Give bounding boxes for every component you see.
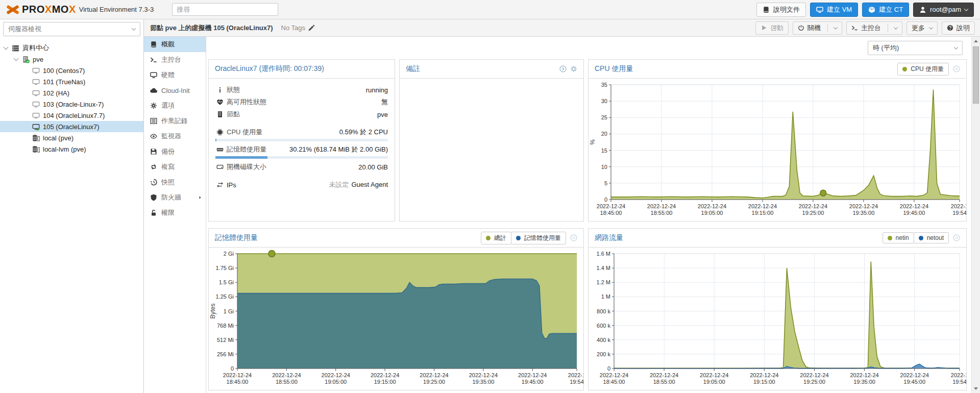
chevron-down-icon[interactable] [894,25,898,29]
scrollbar-thumb[interactable] [973,46,979,104]
sidebar: 伺服器檢視 資料中心pve100 (Centos7)101 (TrueNas)1… [0,19,144,393]
action-button[interactable]: 啓動 [755,21,789,35]
collapse-minus-icon[interactable] [953,234,960,241]
tree-item[interactable]: 102 (HA) [0,87,143,99]
svg-text:2022-12-24: 2022-12-24 [371,372,399,378]
status-row: 高可用性狀態無 [209,96,395,108]
nav-item-選項[interactable]: 選項 [144,98,206,113]
search-input[interactable] [172,3,278,16]
nav-item-監視器[interactable]: 監視器 [144,129,206,144]
action-button[interactable]: 更多 [906,21,938,35]
svg-text:1.2 M: 1.2 M [596,279,610,285]
tree-item-label: 101 (TrueNas) [43,78,85,86]
nav-item-Cloud-Init[interactable]: Cloud-Init [144,83,206,98]
arrows-icon [215,181,225,188]
timeframe-select[interactable]: 時 (平均) [868,41,963,55]
svg-text:400 k: 400 k [597,337,610,343]
status-label: 高可用性狀態 [227,97,266,107]
svg-text:Bytes: Bytes [209,303,216,318]
breadcrumb-bar: 節點 pve 上的虛擬機 105 (OracleLinux7) No Tags … [144,19,980,37]
view-select[interactable]: 伺服器檢視 [3,22,140,36]
status-value: 30.21% (618.74 MiB 於 2.00 GiB) [289,145,388,154]
heart-icon [215,99,225,106]
collapse-minus-icon[interactable] [570,234,577,241]
scroll-down-button[interactable] [974,387,978,390]
legend-button[interactable]: 記憶體使用量 [511,232,566,244]
nav-item-備份[interactable]: 備份 [144,144,206,159]
legend-button[interactable]: netin [883,232,914,243]
svg-text:1.25 Gi: 1.25 Gi [216,293,234,300]
gear-icon[interactable] [570,65,577,72]
network-chart: 0200 k400 k600 k800 k1 M1.2 M1.4 M1.6 M2… [589,248,966,390]
unlock-icon [150,209,157,216]
action-button[interactable]: 關機 [793,21,842,35]
chevron-down-icon[interactable] [834,25,838,29]
nav-item-作業記錄[interactable]: 作業記錄 [144,113,206,129]
status-value: pve [377,111,388,118]
network-chart-title: 網路流量 [595,233,623,242]
tree-item[interactable]: local-lvm (pve) [0,143,143,155]
tree-item[interactable]: 100 (Centos7) [0,65,143,76]
action-button[interactable]: 主控台 [846,21,902,35]
collapse-caret-icon[interactable] [4,45,9,50]
nav-item-複寫[interactable]: 複寫 [144,159,206,175]
status-label: 節點 [227,110,240,119]
usage-progress-bar [215,156,388,159]
collapse-caret-icon[interactable] [14,56,19,61]
nav-item-硬體[interactable]: 硬體 [144,67,206,83]
tree-item[interactable]: 103 (Oracle-Linux-7) [0,99,143,110]
vertical-scrollbar[interactable] [971,37,980,393]
nav-item-label: 主控台 [161,55,181,64]
collapse-minus-icon[interactable] [953,65,960,72]
chevron-down-icon [132,26,136,30]
floppy-icon [150,148,157,155]
scroll-up-button[interactable] [972,37,980,45]
svg-text:2 Gi: 2 Gi [224,251,234,257]
svg-text:2022-12-24: 2022-12-24 [850,372,878,378]
svg-text:18:45:00: 18:45:00 [227,379,249,385]
nav-item-防火牆[interactable]: 防火牆 [144,190,206,205]
user-icon [919,6,926,13]
memory-chart-title: 記憶體使用量 [215,233,258,242]
shield-icon [150,194,157,201]
svg-text:2022-1: 2022-1 [951,372,966,378]
nav-item-權限[interactable]: 權限 [144,205,206,220]
svg-text:768 Mi: 768 Mi [217,323,234,329]
breadcrumb: 節點 pve 上的虛擬機 105 (OracleLinux7) [150,23,273,33]
tree-item[interactable]: local (pve) [0,132,143,143]
nav-item-快照[interactable]: 快照 [144,175,206,190]
tree-item[interactable]: pve [0,54,143,65]
legend-button[interactable]: CPU 使用量 [897,63,949,76]
create-vm-button[interactable]: 建立 VM [810,3,858,17]
nav-item-label: 備份 [161,147,175,156]
tree-item-label: local (pve) [43,134,74,142]
svg-text:19:35:00: 19:35:00 [853,379,875,385]
cpu-chart-panel: CPU 使用量 CPU 使用量 051015202530352022-12-24… [588,59,967,222]
button-divider [888,24,888,32]
tree-item[interactable]: 105 (OracleLinux7) [0,121,143,132]
action-button-label: 更多 [912,23,925,33]
tree-item[interactable]: 104 (OracleLinux7.7) [0,110,143,121]
svg-text:1 M: 1 M [601,293,610,300]
create-ct-button[interactable]: 建立 CT [862,3,909,17]
expand-circle-icon[interactable] [559,65,567,72]
svg-text:19:45:00: 19:45:00 [522,379,544,385]
legend-button[interactable]: netout [914,232,949,243]
action-button[interactable]: 說明 [942,21,975,35]
storage-icon [32,134,40,142]
svg-text:19:05:00: 19:05:00 [703,379,725,385]
svg-text:1.6 M: 1.6 M [596,251,610,257]
nav-item-概觀[interactable]: 概觀 [144,37,206,52]
book-icon [763,6,770,13]
documentation-button[interactable]: 說明文件 [756,3,806,17]
legend-button[interactable]: 總計 [481,232,511,244]
cpu-chart: 051015202530352022-12-2418:45:002022-12-… [589,79,966,221]
tags-editor[interactable]: No Tags [281,24,315,32]
nav-item-主控台[interactable]: 主控台 [144,52,206,67]
nav-item-label: 硬體 [161,70,175,80]
svg-text:10: 10 [601,164,607,170]
tree-item[interactable]: 101 (TrueNas) [0,76,143,87]
svg-text:19:35:00: 19:35:00 [472,379,494,385]
tree-item[interactable]: 資料中心 [0,42,143,54]
user-menu-button[interactable]: root@pam [913,3,974,17]
